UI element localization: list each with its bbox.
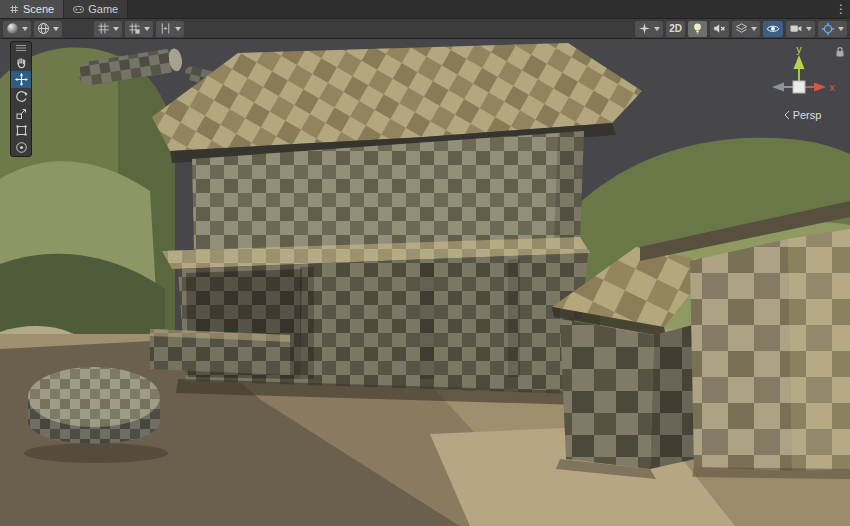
orientation-gizmo: y x Persp xyxy=(762,43,842,121)
shaded-sphere-icon xyxy=(6,22,19,35)
move-icon xyxy=(15,73,28,86)
grid-snap-icon xyxy=(128,22,141,35)
kebab-menu-icon[interactable]: ⋮ xyxy=(832,0,850,18)
tool-palette xyxy=(10,41,32,157)
layers-icon xyxy=(735,22,748,35)
chevron-down-icon xyxy=(113,27,119,31)
move-tool[interactable] xyxy=(11,71,31,88)
snap-increment-dropdown[interactable] xyxy=(156,21,184,37)
2d-toggle[interactable]: 2D xyxy=(666,21,685,37)
well-cylinder[interactable] xyxy=(24,367,168,463)
lightbulb-icon xyxy=(691,22,704,35)
padlock-icon xyxy=(834,46,846,58)
persp-chevron-icon xyxy=(783,110,790,120)
speaker-muted-icon xyxy=(713,22,726,35)
chevron-down-icon xyxy=(22,27,28,31)
view-tool[interactable] xyxy=(11,54,31,71)
projection-label: Persp xyxy=(793,109,822,121)
rect-tool[interactable] xyxy=(11,122,31,139)
tab-scene[interactable]: Scene xyxy=(0,0,64,18)
gizmo-center-cube[interactable] xyxy=(793,81,805,93)
grip-icon xyxy=(15,44,27,52)
palette-grip[interactable] xyxy=(11,42,31,54)
sparkle-toggle[interactable] xyxy=(635,21,663,37)
chevron-down-icon xyxy=(838,27,844,31)
visibility-toggle[interactable] xyxy=(763,21,783,37)
chevron-down-icon xyxy=(53,27,59,31)
rotate-tool[interactable] xyxy=(11,88,31,105)
globe-icon xyxy=(37,22,50,35)
gizmos-menu-dropdown[interactable] xyxy=(818,21,847,37)
gizmo-y-label: y xyxy=(796,43,802,55)
chevron-down-icon xyxy=(654,27,660,31)
tab-spacer xyxy=(128,0,832,18)
gizmo-x-label: x xyxy=(829,81,835,93)
snap-icon xyxy=(159,22,172,35)
gamepad-icon xyxy=(73,4,84,14)
transform-icon xyxy=(15,141,28,154)
audio-toggle[interactable] xyxy=(710,21,729,37)
sparkle-icon xyxy=(638,22,651,35)
tab-scene-label: Scene xyxy=(23,3,54,15)
rect-icon xyxy=(15,124,28,137)
eye-icon xyxy=(766,22,780,35)
scene-canvas[interactable] xyxy=(0,39,850,526)
transform-tool[interactable] xyxy=(11,139,31,156)
tab-game-label: Game xyxy=(88,3,118,15)
chevron-down-icon xyxy=(806,27,812,31)
grid-icon xyxy=(97,22,110,35)
scene-viewport[interactable]: y x Persp xyxy=(0,39,850,526)
rotate-icon xyxy=(15,90,28,103)
grid-snapping-dropdown[interactable] xyxy=(125,21,153,37)
gizmo-neg-x-cone[interactable] xyxy=(772,83,784,92)
2d-toggle-label: 2D xyxy=(669,21,682,37)
effects-menu-dropdown[interactable] xyxy=(732,21,760,37)
scene-toolbar: 2D xyxy=(0,19,850,39)
scale-tool[interactable] xyxy=(11,105,31,122)
grid-visibility-dropdown[interactable] xyxy=(94,21,122,37)
scene-grid-icon xyxy=(9,4,19,14)
chevron-down-icon xyxy=(751,27,757,31)
tab-game[interactable]: Game xyxy=(64,0,128,18)
chevron-down-icon xyxy=(175,27,181,31)
hand-icon xyxy=(15,56,28,69)
camera-icon xyxy=(789,22,803,35)
crosshair-icon xyxy=(821,22,835,36)
draw-mode-dropdown[interactable] xyxy=(3,21,31,37)
gizmo-y-cone[interactable] xyxy=(794,55,805,69)
chevron-down-icon xyxy=(144,27,150,31)
lighting-toggle[interactable] xyxy=(688,21,707,37)
view-options-dropdown[interactable] xyxy=(34,21,62,37)
tab-strip: Scene Game ⋮ xyxy=(0,0,850,19)
gizmo-x-cone[interactable] xyxy=(814,83,826,92)
scale-icon xyxy=(15,107,28,120)
camera-menu-dropdown[interactable] xyxy=(786,21,815,37)
projection-toggle[interactable]: Persp xyxy=(762,109,842,121)
gizmo-lock[interactable] xyxy=(834,44,846,62)
